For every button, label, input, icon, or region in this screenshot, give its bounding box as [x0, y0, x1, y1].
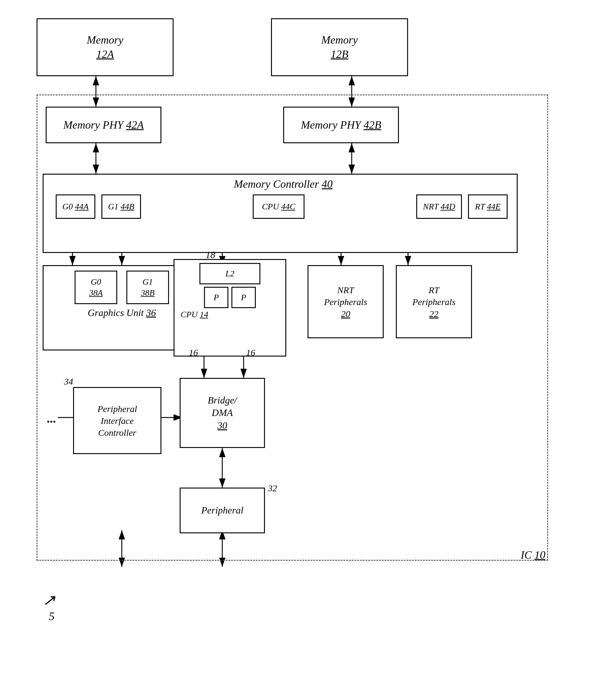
- peripheral-label: Peripheral: [201, 504, 244, 517]
- memory-phy-42b-label: Memory PHY 42B: [301, 118, 381, 132]
- cpu-group-box: L2 P P CPU 14: [174, 259, 286, 356]
- memory-phy-42a-label: Memory PHY 42A: [63, 118, 144, 132]
- l2-box: L2: [199, 263, 260, 284]
- rt-peripherals-label: RTPeripherals22: [412, 284, 456, 320]
- memory-12a-label: Memory 12A: [87, 33, 123, 61]
- bridge-dma-label: Bridge/DMA30: [208, 394, 237, 432]
- cpu-14-label: CPU: [180, 309, 198, 319]
- g0-44a-box: G0 44A: [56, 194, 95, 219]
- cpu-14-ref: 14: [200, 309, 208, 319]
- nrt-44d-box: NRT 44D: [416, 194, 462, 219]
- fig-label: ↗: [42, 591, 55, 609]
- ref-16-right: 16: [246, 347, 255, 358]
- p-left-box: P: [204, 287, 228, 308]
- peripheral-box: Peripheral: [180, 488, 265, 533]
- p-right-box: P: [231, 287, 256, 308]
- g1-44b-box: G1 44B: [102, 194, 141, 219]
- mc-ref: 40: [321, 178, 333, 190]
- mc-label: Memory Controller: [234, 178, 319, 190]
- diagram-container: IC 10 Memory 12A Memory 12B Memory PHY 4…: [18, 12, 572, 683]
- graphics-unit-label: Graphics Unit: [88, 307, 144, 318]
- g1-38b-box: G1 38B: [126, 271, 169, 304]
- cpu-44c-box: CPU 44C: [253, 194, 305, 219]
- rt-44e-box: RT 44E: [468, 194, 508, 219]
- ref-34-label: 34: [64, 376, 73, 387]
- fig-number: 5: [49, 610, 55, 623]
- rt-peripherals-box: RTPeripherals22: [396, 265, 472, 338]
- memory-12b-box: Memory 12B: [271, 18, 408, 76]
- memory-12a-box: Memory 12A: [36, 18, 174, 76]
- peripheral-interface-controller-box: PeripheralInterfaceController: [73, 387, 161, 454]
- g0-38a-box: G0 38A: [75, 271, 117, 304]
- ref-18-label: 18: [205, 249, 215, 261]
- bridge-dma-box: Bridge/DMA30: [180, 378, 265, 448]
- memory-12b-label: Memory 12B: [321, 33, 358, 61]
- p-right-label: P: [241, 292, 246, 303]
- graphics-unit-ref: 36: [146, 307, 156, 318]
- memory-controller-box: Memory Controller 40 G0 44A G1 44B CPU 4: [42, 174, 518, 253]
- l2-label: L2: [225, 268, 234, 279]
- memory-phy-42a-box: Memory PHY 42A: [46, 107, 161, 143]
- ref-16-left: 16: [189, 347, 198, 358]
- pic-label: PeripheralInterfaceController: [97, 403, 137, 438]
- ic-label: IC 10: [521, 548, 545, 561]
- dots-label: ...: [47, 411, 56, 426]
- p-left-label: P: [214, 292, 219, 303]
- ref-32-label: 32: [268, 483, 277, 493]
- memory-phy-42b-box: Memory PHY 42B: [283, 107, 399, 143]
- nrt-peripherals-label: NRTPeripherals20: [324, 284, 367, 320]
- nrt-peripherals-box: NRTPeripherals20: [308, 265, 384, 338]
